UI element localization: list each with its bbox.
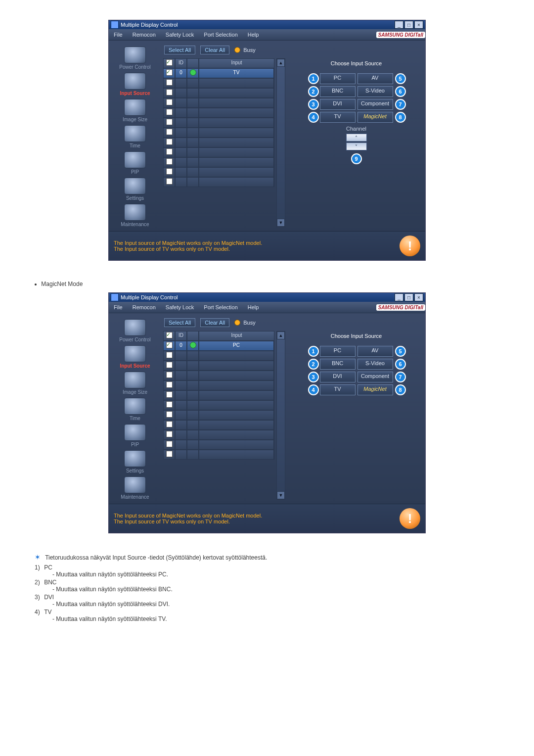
source-pc-button[interactable]: PC: [320, 73, 356, 84]
grid-row[interactable]: [163, 361, 274, 371]
grid-row[interactable]: [163, 118, 274, 128]
source-dvi-button[interactable]: DVI: [320, 99, 356, 110]
sidebar-item-settings[interactable]: Settings: [111, 449, 159, 474]
grid-row[interactable]: 0 PC: [163, 341, 274, 351]
source-component-button[interactable]: Component: [357, 372, 393, 382]
minimize-button[interactable]: _: [395, 293, 403, 301]
grid-row[interactable]: [163, 440, 274, 450]
grid-row[interactable]: [163, 430, 274, 440]
grid-row[interactable]: [163, 450, 274, 460]
col-status[interactable]: [187, 331, 199, 341]
sidebar-item-input-source[interactable]: Input Source: [111, 344, 159, 370]
scrollbar[interactable]: ▲ ▼: [276, 58, 285, 227]
sidebar-item-image-size[interactable]: Image Size: [111, 98, 159, 123]
col-check[interactable]: [163, 331, 175, 341]
scroll-up-icon[interactable]: ▲: [277, 59, 285, 67]
grid-row[interactable]: [163, 167, 274, 177]
close-button[interactable]: ×: [414, 21, 423, 29]
source-bnc-button[interactable]: BNC: [320, 359, 356, 370]
source-dvi-button[interactable]: DVI: [320, 372, 356, 382]
source-magicnet-button[interactable]: MagicNet: [357, 384, 393, 395]
sidebar-item-maintenance[interactable]: Maintenance: [111, 475, 159, 501]
col-id[interactable]: ID: [175, 58, 187, 68]
grid-row[interactable]: [163, 138, 274, 147]
source-tv-button[interactable]: TV: [320, 384, 356, 395]
menu-remocon[interactable]: Remocon: [128, 304, 161, 310]
scrollbar[interactable]: ▲ ▼: [276, 331, 285, 500]
grid-row[interactable]: [163, 98, 274, 108]
grid-row[interactable]: [163, 147, 274, 157]
sidebar-item-pip[interactable]: PIP: [111, 150, 159, 176]
check-icon: [166, 168, 173, 175]
cell-id: 0: [175, 68, 187, 78]
sidebar-item-pip[interactable]: PIP: [111, 423, 159, 448]
grid-row[interactable]: [163, 177, 274, 187]
grid-row[interactable]: [163, 380, 274, 390]
sidebar-item-maintenance[interactable]: Maintenance: [111, 203, 159, 228]
source-pc-button[interactable]: PC: [320, 346, 356, 357]
col-input[interactable]: Input: [199, 331, 274, 341]
menu-remocon[interactable]: Remocon: [128, 32, 161, 38]
minimize-button[interactable]: _: [395, 21, 403, 29]
grid-row[interactable]: [163, 78, 274, 88]
grid-row[interactable]: [163, 108, 274, 118]
menu-file[interactable]: File: [109, 32, 128, 38]
sidebar-item-time[interactable]: Time: [111, 397, 159, 422]
scroll-up-icon[interactable]: ▲: [277, 331, 285, 339]
scroll-down-icon[interactable]: ▼: [277, 219, 285, 227]
settings-icon: [124, 178, 146, 194]
source-bnc-button[interactable]: BNC: [320, 86, 356, 97]
scroll-down-icon[interactable]: ▼: [277, 491, 285, 499]
source-tv-button[interactable]: TV: [320, 112, 356, 123]
select-all-button[interactable]: Select All: [164, 46, 195, 54]
menu-safety-lock[interactable]: Safety Lock: [161, 32, 199, 38]
menu-help[interactable]: Help: [243, 32, 264, 38]
grid-row[interactable]: [163, 420, 274, 430]
grid-row[interactable]: [163, 390, 274, 400]
maximize-button[interactable]: □: [404, 21, 413, 29]
menu-port-selection[interactable]: Port Selection: [199, 32, 242, 38]
source-av-button[interactable]: AV: [357, 73, 393, 84]
col-status[interactable]: [187, 58, 199, 68]
menu-help[interactable]: Help: [243, 304, 264, 310]
sidebar-item-input-source[interactable]: Input Source: [111, 72, 159, 97]
sidebar-item-image-size[interactable]: Image Size: [111, 371, 159, 396]
menu-file[interactable]: File: [109, 304, 128, 310]
source-av-button[interactable]: AV: [357, 346, 393, 357]
footer-line-2: The Input source of TV works only on TV …: [114, 519, 400, 524]
sidebar-item-power-control[interactable]: Power Control: [111, 318, 159, 343]
source-svideo-button[interactable]: S-Video: [357, 86, 393, 97]
maximize-button[interactable]: □: [404, 293, 413, 301]
sidebar-item-label: Input Source: [120, 91, 150, 96]
check-icon: [166, 421, 173, 427]
source-component-button[interactable]: Component: [357, 99, 393, 110]
grid-row[interactable]: [163, 157, 274, 167]
sidebar-item-time[interactable]: Time: [111, 124, 159, 149]
col-input[interactable]: Input: [199, 58, 274, 68]
menu-safety-lock[interactable]: Safety Lock: [161, 304, 199, 310]
menu-port-selection[interactable]: Port Selection: [199, 304, 242, 310]
description-list: 1)PC - Muuttaa valitun näytön syöttöläht…: [35, 564, 480, 622]
grid-row[interactable]: [163, 128, 274, 138]
channel-down-button[interactable]: ˅: [346, 142, 367, 150]
channel-up-button[interactable]: ˄: [346, 134, 367, 142]
badge-8: 8: [395, 384, 406, 395]
grid-row[interactable]: [163, 400, 274, 410]
grid-row[interactable]: [163, 410, 274, 420]
close-button[interactable]: ×: [414, 293, 423, 301]
source-svideo-button[interactable]: S-Video: [357, 359, 393, 370]
sidebar-item-power-control[interactable]: Power Control: [111, 46, 159, 71]
sidebar-item-settings[interactable]: Settings: [111, 177, 159, 202]
clear-all-button[interactable]: Clear All: [200, 46, 229, 54]
grid-row[interactable]: [163, 351, 274, 361]
grid-row[interactable]: [163, 88, 274, 98]
col-id[interactable]: ID: [175, 331, 187, 341]
select-all-button[interactable]: Select All: [164, 318, 195, 327]
grid-row[interactable]: 0 TV: [163, 68, 274, 78]
grid-row[interactable]: [163, 371, 274, 380]
source-magicnet-button[interactable]: MagicNet: [357, 112, 393, 123]
clear-all-button[interactable]: Clear All: [200, 318, 229, 327]
window-title: Multiple Display Control: [121, 294, 178, 300]
col-check[interactable]: [163, 58, 175, 68]
app-window-pc: Multiple Display Control _ □ × File Remo…: [108, 292, 426, 533]
